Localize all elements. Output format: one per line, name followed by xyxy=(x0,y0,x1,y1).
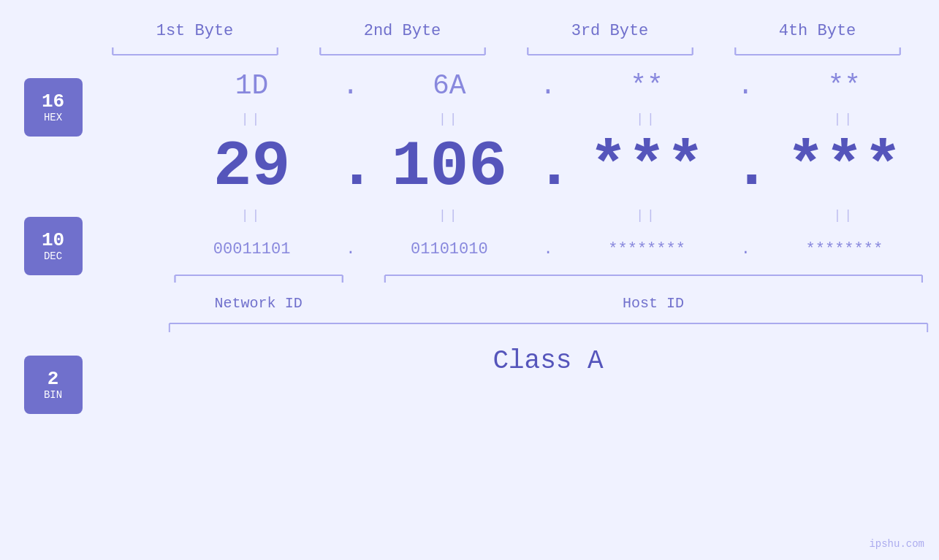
hex-badge: 16 HEX xyxy=(24,78,83,137)
bin-byte4: ******** xyxy=(806,240,883,258)
main-container: 1st Byte 2nd Byte 3rd Byte 4th Byte xyxy=(0,0,939,560)
bin-dot3: . xyxy=(732,240,759,258)
watermark: ipshu.com xyxy=(869,538,924,550)
class-row: Class A xyxy=(167,346,930,376)
dec-dot1: . xyxy=(338,135,364,199)
bin-dot1: . xyxy=(338,240,364,258)
network-id-label: Network ID xyxy=(215,295,303,312)
sep6: || xyxy=(364,208,535,223)
dec-dot3: . xyxy=(732,135,759,199)
bin-badge-label: BIN xyxy=(44,389,62,401)
sep5: || xyxy=(167,208,338,223)
bottom-full-bracket xyxy=(167,322,930,339)
col-header-4: 4th Byte xyxy=(779,22,856,40)
dec-badge: 10 DEC xyxy=(24,217,83,275)
hex-byte2: 6A xyxy=(433,70,466,101)
data-grid: 1D . 6A . ** . ** || || xyxy=(167,64,930,376)
dec-byte2: 106 xyxy=(392,131,507,203)
col-header-3: 3rd Byte xyxy=(571,22,649,40)
bin-row: 00011101 . 01101010 . ******** . *******… xyxy=(167,227,930,271)
hex-badge-label: HEX xyxy=(44,112,62,123)
bin-byte3: ******** xyxy=(608,240,685,258)
col-header-1: 1st Byte xyxy=(156,22,234,40)
dec-badge-label: DEC xyxy=(44,250,62,262)
class-label: Class A xyxy=(493,346,603,376)
sep-row-1: || || || || xyxy=(167,107,930,131)
sep-row-2: || || || || xyxy=(167,204,930,227)
sep2: || xyxy=(364,112,535,126)
bin-byte2: 01101010 xyxy=(411,240,488,258)
dec-dot2: . xyxy=(535,135,561,199)
dec-row: 29 . 106 . *** . *** xyxy=(167,131,930,204)
labels-row: Network ID Host ID xyxy=(167,288,930,318)
hex-dot1: . xyxy=(338,70,364,101)
sep4: || xyxy=(759,112,930,126)
hex-byte4: ** xyxy=(828,70,862,101)
sep8: || xyxy=(759,208,930,223)
bin-badge-number: 2 xyxy=(47,369,59,390)
host-id-label: Host ID xyxy=(623,295,684,312)
sep7: || xyxy=(561,208,732,223)
bin-byte1: 00011101 xyxy=(213,240,291,258)
hex-dot2: . xyxy=(535,70,561,101)
dec-badge-number: 10 xyxy=(42,230,64,251)
bin-badge: 2 BIN xyxy=(24,356,83,414)
badges-column: 16 HEX 10 DEC 2 BIN xyxy=(24,64,83,414)
sep3: || xyxy=(561,112,732,126)
hex-badge-number: 16 xyxy=(42,91,64,112)
hex-row: 1D . 6A . ** . ** xyxy=(167,64,930,107)
dec-byte1: 29 xyxy=(213,131,291,203)
bin-bracket-row xyxy=(167,274,930,287)
hex-dot3: . xyxy=(732,70,759,101)
hex-byte1: 1D xyxy=(235,70,269,101)
bin-dot2: . xyxy=(535,240,561,258)
dec-byte3: *** xyxy=(589,131,704,203)
col-header-2: 2nd Byte xyxy=(364,22,441,40)
hex-byte3: ** xyxy=(630,70,664,101)
dec-byte4: *** xyxy=(786,131,902,203)
sep1: || xyxy=(167,112,338,126)
